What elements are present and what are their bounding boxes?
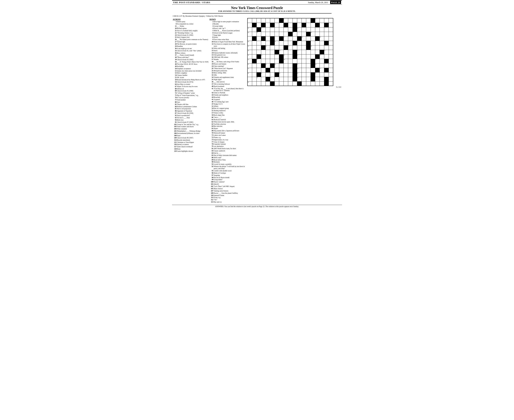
clue-entry: 21Size of a football field, roughly xyxy=(173,30,209,32)
grid-cell xyxy=(310,50,315,54)
grid-cell xyxy=(315,50,320,54)
grid-cell xyxy=(252,18,257,23)
grid-cell xyxy=(320,72,324,77)
clue-entry: 99Group think? xyxy=(210,179,246,181)
grid-cell xyxy=(324,32,329,36)
puzzle-subtitle: FOR ANSWERS TO THREE CLUES, CALL (900) 2… xyxy=(172,10,342,12)
clue-entry: 67Where 76-Across may be worn xyxy=(173,86,209,88)
clue-entry: 114Bracelet attachment xyxy=(173,139,209,141)
grid-cell xyxy=(265,81,270,86)
puzzle-title: New York Times Crossword Puzzle xyxy=(172,6,342,10)
grid-cell xyxy=(320,41,324,45)
clue-entry: 37___ Franco (watch brand) xyxy=(173,54,209,56)
grid-cell xyxy=(301,50,306,54)
grid-cell xyxy=(310,63,315,68)
clue-entry: 83Classic sandwich xyxy=(210,150,246,152)
grid-cell xyxy=(252,54,257,59)
grid-cell xyxy=(293,45,297,50)
clue-entry: 108Snarl xyxy=(173,135,209,137)
grid-cell xyxy=(320,50,324,54)
grid-cell xyxy=(257,41,261,45)
clue-entry: 74"A Dog of Flanders" writer xyxy=(173,92,209,94)
grid-cell: 32 xyxy=(297,41,301,45)
grid-cell: 81 xyxy=(261,72,265,77)
grid-cell xyxy=(329,50,333,54)
clue-entry: 11First horse to compete in all three Tr… xyxy=(210,43,246,47)
grid-cell xyxy=(293,36,297,41)
grid-cell: 35 xyxy=(288,45,293,50)
clue-entry: 104Wine container xyxy=(173,128,209,130)
grid-cell xyxy=(270,81,274,86)
grid-cell xyxy=(252,50,257,54)
grid-cell xyxy=(257,23,261,27)
grid-cell xyxy=(288,36,293,41)
grid-cell xyxy=(274,54,279,59)
grid-cell xyxy=(274,27,279,32)
grid-cell: 53 xyxy=(248,59,252,63)
grid-cell xyxy=(293,18,297,23)
clue-entry: 113Hue and cry xyxy=(210,201,246,203)
grid-cell xyxy=(315,32,320,36)
clue-entry: 52Affairs xyxy=(210,105,246,107)
grid-cell xyxy=(315,41,320,45)
answers-footer: ANSWERS: You can find the solution to la… xyxy=(172,205,342,207)
clue-entry: 86Opponent of Napoleon xyxy=(173,110,209,112)
grid-cell xyxy=(270,63,274,68)
grid-cell xyxy=(324,72,329,77)
grid-cell xyxy=(279,36,284,41)
grid-cell xyxy=(261,45,265,50)
grid-cell xyxy=(324,59,329,63)
grid-cell: 82 xyxy=(279,72,284,77)
clue-entry: 15Folk guitarist Leo xyxy=(210,54,246,56)
grid-cell xyxy=(329,77,333,81)
clue-entry: 49Kerfuffles xyxy=(173,66,209,68)
grid-cell xyxy=(252,27,257,32)
clue-entry: 107Tanning salon fixtures xyxy=(210,190,246,192)
grid-cell xyxy=(252,23,257,27)
grid-cell: 36 xyxy=(310,45,315,50)
clue-entry: 68Affixes on xyxy=(173,88,209,90)
grid-cell xyxy=(310,59,315,63)
grid-cell xyxy=(310,36,315,41)
clue-entry: 1Rose high in some people's estimation xyxy=(210,21,246,23)
clue-entry: 85Part of many ristorante dish names xyxy=(210,155,246,157)
clue-entry: 28The Browns, on sports tickers xyxy=(173,43,209,45)
clue-entry: 73Impersonate, in a way xyxy=(210,139,246,141)
grid-cell xyxy=(257,81,261,86)
grid-cell xyxy=(329,27,333,32)
clue-entry: 64Bar selection xyxy=(210,125,246,128)
grid-cell: 51 xyxy=(297,54,301,59)
clue-entry: 71Lakers star Lamar xyxy=(210,134,246,136)
grid-cell xyxy=(279,59,284,63)
clue-entry: 63YouTube selection xyxy=(210,123,246,125)
grid-cell xyxy=(279,63,284,68)
grid-cell: 75 xyxy=(270,68,274,72)
grid-cell xyxy=(301,72,306,77)
grid-cell: 77 xyxy=(320,68,324,72)
grid-cell xyxy=(274,50,279,54)
clue-entry: 2Besides xyxy=(210,23,246,25)
grid-cell: 48 xyxy=(248,54,252,59)
clues-section: ACROSS 1Dinner party 8Accompanied on a t… xyxy=(173,18,246,203)
grid-cell xyxy=(270,18,274,23)
grid-cell xyxy=(324,81,329,86)
grid-cell xyxy=(261,36,265,41)
clue-entry: 93Tel Aviv's ___ Park xyxy=(173,117,209,119)
clue-entry: 12With cold feeling xyxy=(210,47,246,50)
grid-cell xyxy=(265,68,270,72)
grid-cell: 50 xyxy=(284,54,288,59)
grid-cell xyxy=(288,18,293,23)
grid-cell: 80 xyxy=(248,72,252,77)
grid-cell xyxy=(297,23,301,27)
grid-cell: 33 xyxy=(248,45,252,50)
grid-cell: 67 xyxy=(297,63,301,68)
grid-cell xyxy=(252,68,257,72)
grid-cell xyxy=(306,72,310,77)
grid-cell xyxy=(288,50,293,54)
clue-entry: 37Old or morning follower xyxy=(210,83,246,85)
grid-cell xyxy=(293,72,297,77)
clue-entry: 50Emphatic acceptance xyxy=(173,68,209,70)
grid-cell xyxy=(293,81,297,86)
grid-cell xyxy=(274,36,279,41)
grid-cell xyxy=(310,23,315,27)
